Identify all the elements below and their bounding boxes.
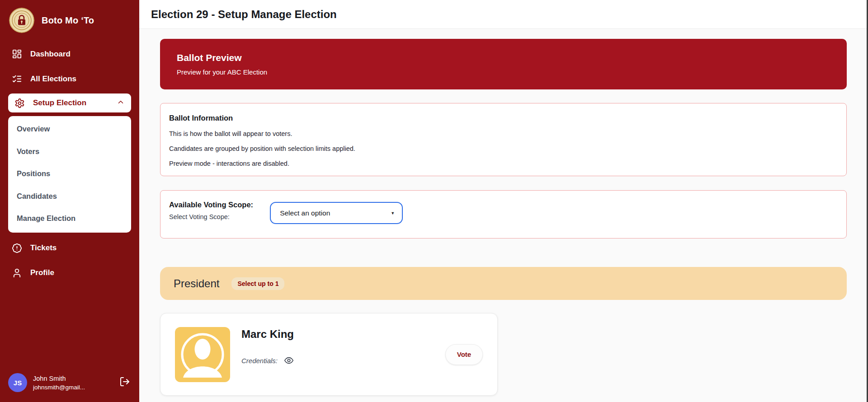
credentials-row: Credentials: <box>241 355 434 365</box>
sidebar-item-label: Profile <box>30 268 54 277</box>
voting-scope-sublabel: Select Voting Scope: <box>169 213 253 220</box>
vote-button-wrap: Vote <box>445 344 483 365</box>
main-area: Election 29 - Setup Manage Election Ball… <box>139 0 868 402</box>
ballot-preview-banner: Ballot Preview Preview for your ABC Elec… <box>160 39 847 89</box>
submenu-item-voters[interactable]: Voters <box>8 141 131 164</box>
user-avatar: JS <box>8 373 27 392</box>
eye-icon[interactable] <box>284 355 294 365</box>
vote-button[interactable]: Vote <box>445 344 483 365</box>
selection-limit-badge: Select up to 1 <box>231 277 284 290</box>
voting-scope-box: Available Voting Scope: Select Voting Sc… <box>160 190 847 238</box>
voting-scope-selected-value: Select an option <box>280 209 330 217</box>
candidate-name: Marc King <box>241 328 434 341</box>
app-logo-icon <box>9 8 34 33</box>
chevron-up-icon <box>117 98 125 108</box>
candidate-avatar <box>175 327 230 382</box>
logout-icon[interactable] <box>119 376 130 389</box>
user-meta: John Smith johnsmith@gmail... <box>33 375 85 391</box>
sidebar: Boto Mo ‘To Dashboard All Elections Setu… <box>0 0 139 402</box>
sidebar-item-label: All Elections <box>30 75 76 84</box>
submenu-item-candidates[interactable]: Candidates <box>8 186 131 208</box>
ballot-information-line: Preview mode - interactions are disabled… <box>169 160 837 167</box>
checklist-icon <box>12 74 22 84</box>
ballot-information-title: Ballot Information <box>169 114 837 122</box>
candidate-card: Marc King Credentials: Vote <box>160 313 498 396</box>
submenu-item-positions[interactable]: Positions <box>8 163 131 186</box>
position-section-header: President Select up to 1 <box>160 267 847 300</box>
person-icon <box>12 268 22 278</box>
submenu-item-manage-election[interactable]: Manage Election <box>8 208 131 230</box>
voting-scope-select[interactable]: Select an option ▼ <box>270 202 403 224</box>
brand: Boto Mo ‘To <box>0 0 139 39</box>
user-email: johnsmith@gmail... <box>33 384 85 391</box>
sidebar-item-profile[interactable]: Profile <box>0 263 139 283</box>
content: Ballot Preview Preview for your ABC Elec… <box>139 29 868 402</box>
sidebar-item-label: Tickets <box>30 243 57 252</box>
sidebar-item-all-elections[interactable]: All Elections <box>0 69 139 89</box>
ballot-information-line: Candidates are grouped by position with … <box>169 145 837 152</box>
sidebar-item-dashboard[interactable]: Dashboard <box>0 44 139 64</box>
sidebar-item-label: Dashboard <box>30 50 71 59</box>
select-arrow-icon: ▼ <box>391 211 395 215</box>
sidebar-item-label: Setup Election <box>33 98 86 108</box>
banner-title: Ballot Preview <box>177 52 847 63</box>
setup-election-submenu: Overview Voters Positions Candidates Man… <box>8 116 131 233</box>
candidate-body: Marc King Credentials: <box>241 327 434 382</box>
banner-subtitle: Preview for your ABC Election <box>177 68 847 76</box>
position-name: President <box>174 277 219 290</box>
submenu-item-overview[interactable]: Overview <box>8 118 131 141</box>
sidebar-nav: Dashboard All Elections Setup Election O… <box>0 39 139 288</box>
sidebar-item-tickets[interactable]: Tickets <box>0 238 139 258</box>
top-bar: Election 29 - Setup Manage Election <box>139 0 868 29</box>
sidebar-item-setup-election[interactable]: Setup Election <box>8 93 131 112</box>
credentials-label: Credentials: <box>241 357 278 365</box>
ballot-information-box: Ballot Information This is how the ballo… <box>160 103 847 176</box>
user-name: John Smith <box>33 375 85 382</box>
page-title: Election 29 - Setup Manage Election <box>151 8 337 21</box>
ticket-alert-icon <box>12 243 22 253</box>
gear-icon <box>14 98 25 108</box>
voting-scope-label: Available Voting Scope: <box>169 201 253 209</box>
sidebar-user-footer: JS John Smith johnsmith@gmail... <box>0 365 139 402</box>
dashboard-icon <box>12 49 22 59</box>
ballot-information-line: This is how the ballot will appear to vo… <box>169 130 837 137</box>
voting-scope-labels: Available Voting Scope: Select Voting Sc… <box>169 201 253 220</box>
person-silhouette-icon <box>175 327 230 382</box>
brand-title: Boto Mo ‘To <box>42 15 94 26</box>
